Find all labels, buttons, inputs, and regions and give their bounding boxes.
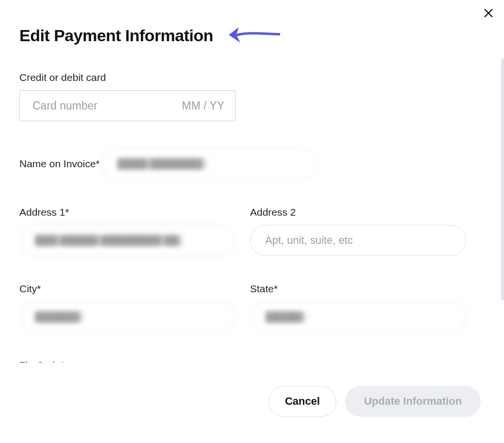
address1-input[interactable] [19, 225, 236, 256]
dialog-footer: Cancel Update Information [268, 386, 481, 417]
dialog-content: Edit Payment Information Credit or debit… [0, 0, 504, 363]
card-label: Credit or debit card [19, 72, 485, 83]
city-input[interactable] [19, 301, 236, 332]
city-label: City* [19, 283, 236, 295]
payment-form: Credit or debit card Card number MM / YY… [19, 72, 485, 363]
cancel-button[interactable]: Cancel [268, 386, 336, 417]
title-row: Edit Payment Information [19, 24, 485, 47]
address2-label: Address 2 [250, 206, 466, 218]
address1-label: Address 1* [19, 206, 236, 218]
name-label: Name on Invoice* [19, 158, 100, 169]
state-label: State* [250, 283, 466, 295]
state-input[interactable] [250, 301, 466, 332]
card-expiry-placeholder: MM / YY [182, 99, 224, 112]
close-icon [483, 8, 494, 20]
form-scroll-region[interactable]: Credit or debit card Card number MM / YY… [19, 72, 485, 363]
scrollbar-thumb[interactable] [501, 58, 504, 301]
annotation-arrow-icon [228, 24, 281, 47]
page-title: Edit Payment Information [19, 26, 213, 45]
update-information-button[interactable]: Update Information [345, 386, 481, 417]
name-input[interactable] [102, 148, 318, 179]
scrollbar-track[interactable] [501, 58, 504, 349]
card-input-group[interactable]: Card number MM / YY [19, 90, 236, 121]
zip-label: Zip Code* [19, 360, 64, 363]
close-button[interactable] [482, 7, 495, 20]
address2-input[interactable] [250, 225, 466, 256]
card-number-placeholder: Card number [32, 99, 182, 112]
